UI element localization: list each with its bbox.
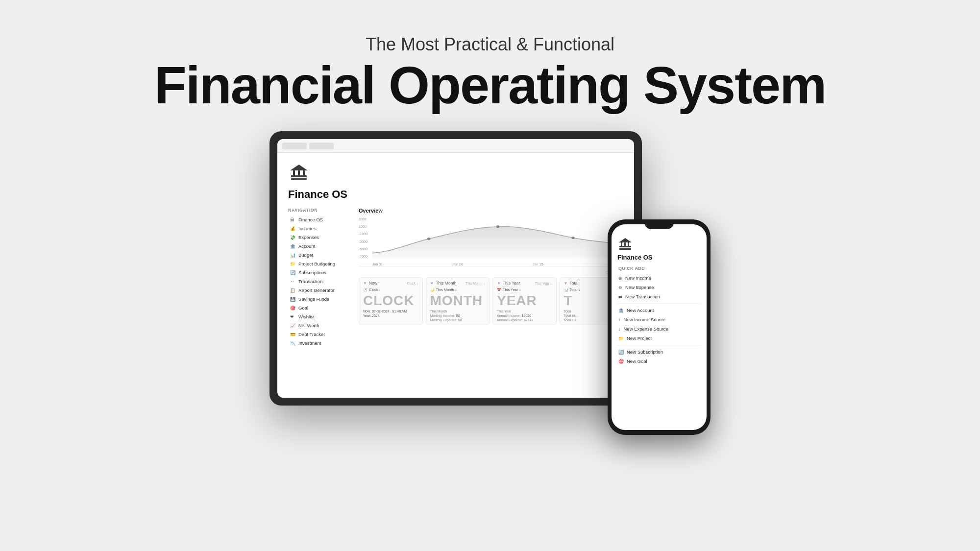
chart-area: 3000 1000 -1000 -3000 -5000 -7000 [359,217,623,266]
phone-item-new-project[interactable]: 📁 New Project [617,334,701,343]
stat-detail-month1: This Month [430,310,486,313]
nav-label-subscriptions: Subscriptions [298,270,326,275]
nav-label-project-budgeting: Project Budgeting [298,261,335,266]
x-label-2: Jan 08 [453,263,463,266]
tab-1 [282,143,307,149]
stat-detail-now1: Now: 03-02-2024 , 01:48 AM [363,310,418,313]
phone-item-new-income[interactable]: ⊕ New Income [617,273,701,283]
phone-screen: Finance OS Quick Add ⊕ New Income ⊖ New … [612,224,707,430]
phone-item-new-income-source[interactable]: ↑ New Income Source [617,315,701,324]
phone-item-new-goal[interactable]: 🎯 New Goal [617,357,701,366]
phone-label-new-income: New Income [625,275,651,281]
project-icon: 📁 [290,262,296,266]
new-income-icon: ⊕ [618,276,622,281]
nav-label-goal: Goal [298,305,308,311]
stat-big-month: MONTH [430,294,486,308]
nav-item-goal[interactable]: 🎯 Goal [288,304,352,312]
svg-rect-13 [628,242,629,246]
nav-item-project-budgeting[interactable]: 📁 Project Budgeting [288,260,352,268]
svg-rect-4 [303,170,305,175]
stat-header-now: ▼ Now Clock ↓ [363,281,418,286]
phone-label-new-goal: New Goal [627,359,647,364]
stat-sub-label-now: Clock ↓ [369,287,381,292]
nav-label-networth: Net Worth [298,323,319,328]
total-icon: 📊 [564,288,568,292]
moon-icon: 🌙 [430,288,435,292]
nav-label-expenses: Expenses [298,235,319,240]
phone-bank-icon [617,236,633,252]
stat-label-year: This Year [503,281,520,286]
stat-label-month: This Month [436,281,456,286]
nav-item-networth[interactable]: 📈 Net Worth [288,321,352,330]
stats-row: ▼ Now Clock ↓ 🕐 Clock ↓ CLOCK [359,277,623,325]
nav-item-wishlist[interactable]: ❤ Wishlist [288,312,352,321]
overview-title: Overview [359,208,623,214]
nav-item-investment[interactable]: 📉 Investment [288,339,352,347]
debt-icon: 💳 [290,332,296,337]
y-label-2: 1000 [359,225,368,228]
phone-label-new-expense-source: New Expense Source [624,326,668,332]
svg-marker-14 [619,238,632,242]
new-account-icon: 🏦 [618,308,624,313]
svg-rect-0 [291,175,307,177]
new-subscription-icon: 🔄 [618,350,624,355]
x-label-1: Jan 01 [372,263,383,266]
nav-item-report[interactable]: 📋 Report Generator [288,286,352,294]
svg-marker-5 [290,165,308,170]
phone-item-new-expense-source[interactable]: ↓ New Expense Source [617,324,701,334]
tablet-screen: Finance OS Navigation 🏛 Finance OS 💰 Inc… [277,139,634,398]
new-expense-source-icon: ↓ [618,327,621,332]
x-label-3: Jan 15 [533,263,543,266]
phone-item-new-transaction[interactable]: ⇄ New Transaction [617,292,701,301]
stat-sub-label-year: This Year ↓ [503,287,521,292]
nav-label-debt: Debt Tracker [298,332,325,337]
nav-label-transaction: Transaction [298,279,322,284]
svg-rect-2 [293,170,295,175]
nav-item-budget[interactable]: 📊 Budget [288,251,352,259]
stat-card-year: ▼ This Year This Year ↓ 📅 This Year ↓ YE… [492,277,557,325]
main-content: Overview 3000 1000 -1000 -3000 -5000 -70… [359,208,623,348]
phone-item-new-account[interactable]: 🏦 New Account [617,306,701,315]
networth-icon: 📈 [290,323,296,328]
phone-notch [644,219,674,229]
stat-header-year: ▼ This Year This Year ↓ [497,281,552,286]
subtitle: The Most Practical & Functional [154,34,826,55]
nav-label-investment: Investment [298,340,321,346]
nav-item-debt[interactable]: 💳 Debt Tracker [288,330,352,338]
stat-sub-label-total: Total ↓ [570,287,581,292]
stat-detail-now2: Year: 2024 [363,314,418,317]
stat-detail-year3: Annual Expense: $2378 [497,318,552,322]
tab-2 [309,143,334,149]
nav-item-subscriptions[interactable]: 🔄 Subscriptions [288,268,352,277]
nav-item-account[interactable]: 🏦 Account [288,242,352,250]
stat-card-now: ▼ Now Clock ↓ 🕐 Clock ↓ CLOCK [359,277,423,325]
phone-item-new-expense[interactable]: ⊖ New Expense [617,283,701,292]
phone: Finance OS Quick Add ⊕ New Income ⊖ New … [608,219,710,435]
stat-arrow-month: ▼ [430,281,434,286]
stat-detail-month3: Monthly Expense: $0 [430,318,486,322]
phone-item-new-subscription[interactable]: 🔄 New Subscription [617,347,701,357]
y-label-6: -7000 [359,255,368,258]
y-label-3: -1000 [359,232,368,236]
phone-label-new-project: New Project [627,335,652,341]
chart-x-labels: Jan 01 Jan 08 Jan 15 Jan 22 [372,263,623,266]
nav-label-budget: Budget [298,252,313,258]
svg-rect-11 [621,242,622,246]
nav-item-finance-os[interactable]: 🏛 Finance OS [288,216,352,224]
new-goal-icon: 🎯 [618,359,624,364]
stat-arrow-total: ▼ [564,281,568,286]
stat-filter-month: This Month ↓ [466,282,485,285]
phone-label-new-account: New Account [627,308,654,313]
nav-item-transaction[interactable]: ↔ Transaction [288,277,352,286]
nav-label-report: Report Generator [298,287,335,293]
nav-item-savings[interactable]: 💾 Savings Funds [288,295,352,303]
clock-icon: 🕐 [363,288,368,292]
nav-item-incomes[interactable]: 💰 Incomes [288,224,352,233]
wishlist-icon: ❤ [290,314,296,319]
y-label-4: -3000 [359,240,368,243]
bank-icon [288,162,310,183]
nav-item-expenses[interactable]: 💸 Expenses [288,233,352,241]
chart-y-labels: 3000 1000 -1000 -3000 -5000 -7000 [359,217,368,258]
phone-divider-2 [617,345,701,345]
svg-point-6 [427,238,430,240]
